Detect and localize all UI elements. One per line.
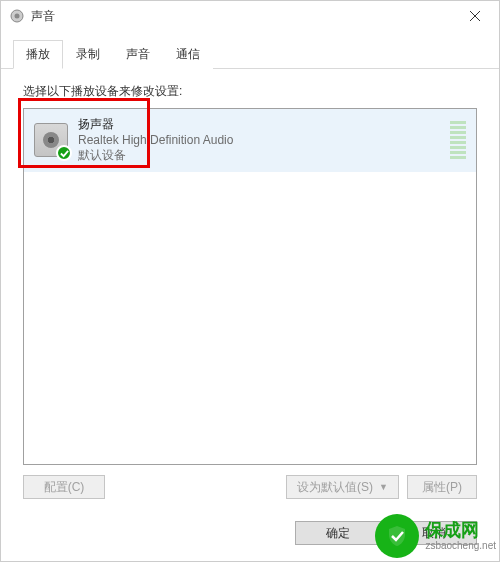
- button-label: 属性(P): [422, 479, 462, 496]
- tab-communications[interactable]: 通信: [163, 40, 213, 69]
- device-driver: Realtek High Definition Audio: [78, 133, 440, 149]
- device-list[interactable]: 扬声器 Realtek High Definition Audio 默认设备: [23, 108, 477, 465]
- prompt-label: 选择以下播放设备来修改设置:: [23, 83, 477, 100]
- device-row[interactable]: 扬声器 Realtek High Definition Audio 默认设备: [24, 109, 476, 172]
- device-status: 默认设备: [78, 148, 440, 164]
- configure-button[interactable]: 配置(C): [23, 475, 105, 499]
- button-label: 确定: [326, 525, 350, 542]
- set-default-button[interactable]: 设为默认值(S) ▼: [286, 475, 399, 499]
- tab-playback[interactable]: 播放: [13, 40, 63, 69]
- properties-button[interactable]: 属性(P): [407, 475, 477, 499]
- window-title: 声音: [31, 8, 455, 25]
- svg-point-1: [15, 14, 20, 19]
- list-buttons: 配置(C) 设为默认值(S) ▼ 属性(P): [23, 465, 477, 499]
- watermark: 保成网 zsbaocheng.net: [375, 514, 496, 558]
- button-label: 设为默认值(S): [297, 479, 373, 496]
- shield-check-icon: [375, 514, 419, 558]
- device-text: 扬声器 Realtek High Definition Audio 默认设备: [78, 117, 440, 164]
- watermark-text: 保成网 zsbaocheng.net: [425, 521, 496, 552]
- sound-dialog: 声音 播放 录制 声音 通信 选择以下播放设备来修改设置:: [0, 0, 500, 562]
- tab-label: 录制: [76, 47, 100, 61]
- titlebar: 声音: [1, 1, 499, 31]
- watermark-name: 保成网: [425, 521, 496, 541]
- device-icon-wrap: [34, 123, 68, 157]
- tab-label: 通信: [176, 47, 200, 61]
- level-meter-icon: [450, 121, 466, 159]
- tab-content: 选择以下播放设备来修改设置: 扬声器 Realtek High Definiti…: [1, 69, 499, 509]
- ok-button[interactable]: 确定: [295, 521, 381, 545]
- button-label: 配置(C): [44, 479, 85, 496]
- watermark-url: zsbaocheng.net: [425, 540, 496, 551]
- tab-recording[interactable]: 录制: [63, 40, 113, 69]
- tabstrip: 播放 录制 声音 通信: [1, 31, 499, 69]
- app-icon: [9, 8, 25, 24]
- tab-sounds[interactable]: 声音: [113, 40, 163, 69]
- close-icon: [470, 11, 480, 21]
- tab-label: 播放: [26, 47, 50, 61]
- close-button[interactable]: [455, 1, 495, 31]
- device-name: 扬声器: [78, 117, 440, 133]
- tab-label: 声音: [126, 47, 150, 61]
- dropdown-caret-icon: ▼: [379, 482, 388, 492]
- default-badge-icon: [56, 145, 72, 161]
